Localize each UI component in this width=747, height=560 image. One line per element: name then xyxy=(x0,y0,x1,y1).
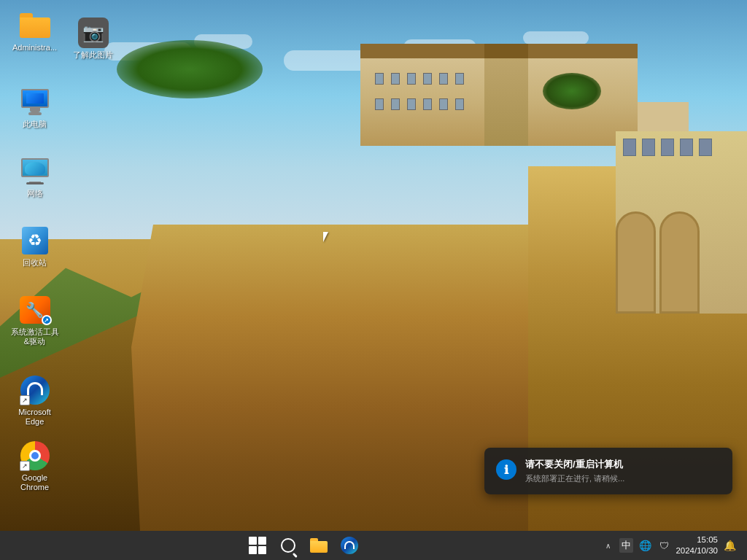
administrator-folder-icon[interactable]: Administra... xyxy=(7,7,62,55)
edge-taskbar-button[interactable] xyxy=(335,531,364,560)
taskbar-center-items xyxy=(6,531,600,560)
clock-date: 2024/10/30 xyxy=(676,545,718,556)
toast-title: 请不要关闭/重启计算机 xyxy=(525,458,721,471)
right-building xyxy=(616,131,747,314)
system-clock[interactable]: 15:05 2024/10/30 xyxy=(676,534,718,556)
chrome-shortcut-arrow: ↗ xyxy=(20,461,30,471)
toast-content: 请不要关闭/重启计算机 系统部署正在进行, 请稍候... xyxy=(525,458,721,484)
toast-icon: ℹ xyxy=(496,459,516,480)
tools-label: 系统激活工具 &驱动 xyxy=(11,327,59,346)
edge-desktop-icon[interactable]: ↗ Microsoft Edge xyxy=(7,372,62,429)
tray-chevron[interactable]: ∧ xyxy=(600,538,615,553)
edge-shortcut-arrow: ↗ xyxy=(20,395,30,405)
search-button[interactable] xyxy=(274,531,303,560)
vegetation xyxy=(117,40,263,98)
this-pc-icon[interactable]: 此电脑 xyxy=(7,84,62,132)
tools-icon[interactable]: 🔧 ↗ 系统激活工具 &驱动 xyxy=(7,292,62,349)
security-icon[interactable]: 🛡 xyxy=(657,538,671,553)
administrator-folder-label: Administra... xyxy=(12,43,57,52)
notification-toast: ℹ 请不要关闭/重启计算机 系统部署正在进行, 请稍候... xyxy=(484,448,732,494)
clock-time: 15:05 xyxy=(676,534,718,545)
folder-shape xyxy=(20,13,50,38)
recycle-bin-icon[interactable]: ♻ 回收站 xyxy=(7,222,62,271)
chrome-desktop-icon[interactable]: ↗ Google Chrome xyxy=(7,438,62,495)
monitor-shape xyxy=(20,89,50,115)
network-monitor-shape xyxy=(21,158,49,177)
recycle-bin-label: 回收站 xyxy=(23,258,47,268)
edge-label: Microsoft Edge xyxy=(18,408,51,427)
chrome-inner-circle xyxy=(29,450,41,462)
building-tower xyxy=(484,44,528,146)
this-pc-label: 此电脑 xyxy=(23,120,47,129)
learn-photo-label: 了解此图片 xyxy=(73,50,113,60)
taskbar: ∧ 中 🌐 🛡 15:05 2024/10/30 🔔 xyxy=(0,531,747,560)
recycle-shape: ♻ xyxy=(22,227,48,254)
learn-photo-icon[interactable]: 📷 了解此图片 xyxy=(66,15,120,63)
network-shape xyxy=(20,158,50,184)
system-tray: ∧ 中 🌐 🛡 15:05 2024/10/30 🔔 xyxy=(600,534,741,556)
desktop: Administra... 📷 了解此图片 此电脑 xyxy=(0,0,747,531)
windows-logo-icon xyxy=(249,537,266,554)
folder-icon xyxy=(310,538,328,553)
language-icon[interactable]: 🌐 xyxy=(638,538,652,553)
chrome-label: Google Chrome xyxy=(20,473,49,492)
tools-shape: 🔧 ↗ xyxy=(20,296,50,324)
learnpic-shape: 📷 xyxy=(78,18,109,48)
network-label: 网络 xyxy=(27,189,43,198)
tools-badge: ↗ xyxy=(42,315,52,325)
notification-bell[interactable]: 🔔 xyxy=(722,538,737,553)
file-explorer-button[interactable] xyxy=(304,531,333,560)
search-icon xyxy=(281,538,295,553)
edge-taskbar-icon xyxy=(341,537,358,554)
ime-cn-indicator[interactable]: 中 xyxy=(619,538,633,553)
start-button[interactable] xyxy=(243,531,272,560)
monitor-screen xyxy=(21,89,49,108)
toast-body: 系统部署正在进行, 请稍候... xyxy=(525,473,721,484)
vegetation-2 xyxy=(543,73,601,109)
desktop-icons: Administra... 📷 了解此图片 此电脑 xyxy=(7,7,62,55)
network-icon[interactable]: 网络 xyxy=(7,153,62,201)
